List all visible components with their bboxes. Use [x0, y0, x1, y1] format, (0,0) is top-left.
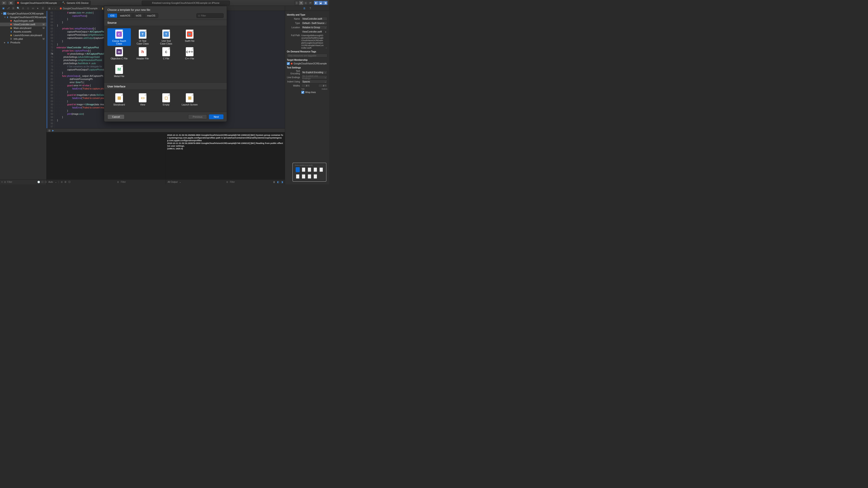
right-pane-icon[interactable]: ◨ [281, 181, 283, 183]
template-item[interactable]: TUnit TestCase Class [154, 28, 178, 46]
wrap-lines-checkbox[interactable]: Wrap lines [301, 91, 316, 94]
line-gutter[interactable]: 6162636465666768697071727374757677787980… [46, 11, 55, 128]
navigator-filter-input[interactable] [7, 181, 36, 183]
report-tab-icon[interactable]: ☰ [41, 7, 45, 10]
lineendings-select[interactable]: No Explicit Line Endings [301, 75, 327, 79]
tree-row[interactable]: ☰Info.plistM [0, 37, 46, 41]
debug-tab-icon[interactable]: ▭ [31, 7, 35, 10]
template-item[interactable]: ▭View [131, 92, 154, 109]
type-select[interactable]: Default - Swift Source [301, 21, 327, 25]
next-button[interactable]: Next [209, 114, 223, 119]
toolbar-right: {}≡◎⇄ ◧⬓◨ [294, 1, 328, 5]
template-item[interactable]: ▦Storyboard [107, 92, 131, 109]
folder-jump-icon: ▮ [102, 7, 103, 10]
eye-icon[interactable]: ⊙ [61, 181, 63, 183]
template-item[interactable]: ◻Empty [154, 92, 178, 109]
tree-row[interactable]: ▼AGoogleCloudVisionOCRExample [0, 12, 46, 15]
template-item[interactable]: hHeader File [131, 46, 154, 64]
output-scope-label[interactable]: All Output [168, 181, 178, 183]
platform-tab[interactable]: iOS [107, 13, 117, 18]
indent-label: Indent Using [287, 80, 300, 83]
scm-tab-icon[interactable]: ⎇ [6, 7, 10, 10]
template-section-header: Source [104, 20, 227, 26]
app-target-icon: ⬢ [291, 62, 293, 65]
info-icon[interactable]: ⓘ [68, 181, 70, 184]
debug-area: Auto ⌄ | ⊙ ☰ ⓘ ⊙ 2018-12-11 21:32:32.292… [46, 132, 285, 184]
file-tree[interactable]: ▼AGoogleCloudVisionOCRExample▼▮GoogleClo… [0, 11, 46, 180]
back-icon[interactable]: ‹ [52, 7, 54, 10]
template-item[interactable]: MMetal File [107, 64, 131, 81]
template-filter-input[interactable] [201, 14, 230, 17]
left-pane-icon[interactable]: ◧ [277, 181, 279, 183]
console-filter-input[interactable] [230, 181, 271, 183]
file-inspector-icon[interactable]: 🗎 [303, 7, 306, 10]
related-items-icon[interactable]: ⊞ [48, 7, 51, 10]
auto-scope-label[interactable]: Auto [49, 181, 53, 183]
template-section-header: User Interface [104, 84, 227, 90]
target-membership-checkbox[interactable]: ⬢ GoogleCloudVisionOCRExample [287, 62, 327, 65]
platform-tab[interactable]: macOS [144, 13, 158, 18]
panel-visibility-segment[interactable]: ◧⬓◨ [314, 1, 328, 5]
widths-label: Widths [287, 85, 300, 87]
scheme-selector[interactable]: ⬢ GoogleCloudVisionOCRExample 〉 🔨 Generi… [15, 1, 91, 5]
editor-mode-segment[interactable]: {}≡◎⇄ [294, 1, 313, 5]
run-button[interactable] [1, 1, 7, 5]
cancel-button[interactable]: Cancel [107, 114, 125, 119]
tree-row[interactable]: ▦LaunchScreen.storyboard [0, 33, 46, 37]
recent-icon[interactable]: 🕓 [37, 181, 40, 183]
tab-width-field[interactable]: 2⇅ [301, 84, 310, 87]
location-select[interactable]: Relative to Group [301, 26, 327, 29]
encoding-select[interactable]: No Explicit Encoding [301, 70, 327, 74]
trash-icon[interactable]: 🗑 [273, 181, 275, 183]
name-field[interactable]: ViewController.swift [301, 17, 327, 21]
template-item[interactable]: mObjective-C File [107, 46, 131, 64]
tree-row[interactable]: ▦Main.storyboardM [0, 26, 46, 30]
breakpoint-toggle-icon[interactable]: ▶ [52, 129, 54, 132]
search-tab-icon[interactable]: 🔍 [17, 7, 20, 10]
swift-file-icon: ⬢ [60, 7, 62, 10]
inspector-tabs[interactable]: 🗎 ? [285, 6, 329, 11]
indent-select[interactable]: Spaces [301, 80, 327, 84]
template-item[interactable]: CCocoa TouchClass [107, 28, 131, 46]
filter-icon: ⊙ [4, 181, 6, 183]
reveal-arrow-icon[interactable]: → [325, 46, 327, 49]
navigator-tabs[interactable]: ▣ ⎇ ☰ 🔍 ⚠ ◇ ▭ ▸ ☰ [0, 6, 46, 11]
platform-tab[interactable]: watchOS [117, 13, 133, 18]
project-navigator: ▣ ⎇ ☰ 🔍 ⚠ ◇ ▭ ▸ ☰ ▼AGoogleCloudVisionOCR… [0, 6, 46, 184]
platform-tab[interactable]: tvOS [133, 13, 144, 18]
jump-item-0[interactable]: GoogleCloudVisionOCRExample [63, 7, 98, 10]
symbol-tab-icon[interactable]: ☰ [11, 7, 15, 10]
template-item[interactable]: c++C++ File [178, 46, 202, 64]
template-item[interactable]: 🐦Swift File [178, 28, 202, 46]
forward-icon[interactable]: › [55, 7, 56, 10]
tree-row[interactable]: ▶▮Products [0, 41, 46, 44]
scope-chevron-icon: ⌄ [55, 181, 57, 183]
template-item[interactable]: cC File [154, 46, 178, 64]
tree-row[interactable]: ⬢AppDelegate.swift [0, 19, 46, 23]
tree-row[interactable]: ▮Assets.xcassets [0, 30, 46, 33]
platform-tabs[interactable]: iOSwatchOStvOSmacOS [107, 13, 158, 18]
scm-filter-icon[interactable]: ☐ [41, 181, 43, 183]
help-inspector-icon[interactable]: ? [309, 7, 311, 10]
filter-icon: ⊙ [226, 181, 228, 183]
variables-view-icon[interactable]: ▥ [49, 129, 51, 132]
variables-filter-input[interactable] [121, 181, 164, 183]
tree-row[interactable]: ▼▮GoogleCloudVisionOCRExample [0, 15, 46, 19]
template-item[interactable]: ▣Launch Screen [178, 92, 202, 109]
indent-width-field[interactable]: 2⇅ [318, 84, 327, 87]
stop-button[interactable] [8, 1, 13, 5]
issue-tab-icon[interactable]: ⚠ [21, 7, 25, 10]
list-icon[interactable]: ☰ [64, 181, 66, 183]
template-item[interactable]: TUI TestCase Class [131, 28, 154, 46]
test-tab-icon[interactable]: ◇ [26, 7, 30, 10]
pip-preview[interactable]: Choose a template for your new file: [292, 163, 327, 182]
previous-button[interactable]: Previous [188, 114, 207, 119]
folder-tab-icon[interactable]: ▣ [2, 7, 5, 10]
folder-arrow-icon[interactable]: ▸ [325, 31, 327, 33]
breakpoint-tab-icon[interactable]: ▸ [36, 7, 40, 10]
console-output[interactable]: 2018-12-11 21:32:32.292966-0800 GoogleCl… [166, 132, 285, 180]
variables-view[interactable]: Auto ⌄ | ⊙ ☰ ⓘ ⊙ [46, 132, 166, 184]
tree-row[interactable]: ⬢ViewController.swiftM [0, 23, 46, 26]
template-filter[interactable]: ⊙ [196, 13, 223, 18]
add-icon[interactable]: + [1, 181, 3, 183]
